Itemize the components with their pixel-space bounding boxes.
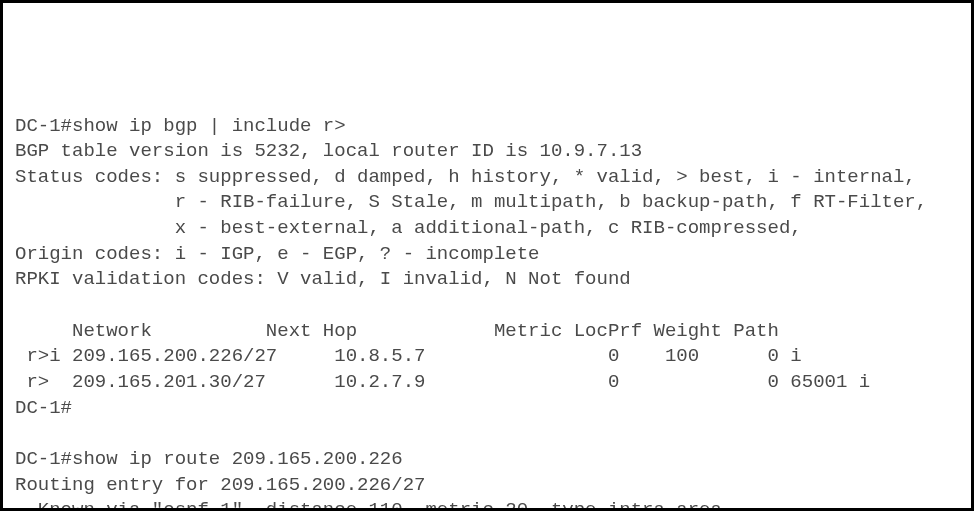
cli-line: Status codes: s suppressed, d damped, h … xyxy=(15,166,916,188)
cli-line xyxy=(15,422,26,444)
cli-line: r - RIB-failure, S Stale, m multipath, b… xyxy=(15,191,927,213)
cli-line: DC-1#show ip bgp | include r> xyxy=(15,115,346,137)
cli-line: r> 209.165.201.30/27 10.2.7.9 0 0 65001 … xyxy=(15,371,870,393)
cli-line: BGP table version is 5232, local router … xyxy=(15,140,642,162)
cli-line: r>i 209.165.200.226/27 10.8.5.7 0 100 0 … xyxy=(15,345,802,367)
cli-line: Routing entry for 209.165.200.226/27 xyxy=(15,474,425,496)
cli-line: DC-1#show ip route 209.165.200.226 xyxy=(15,448,403,470)
cli-line: Known via "ospf 1", distance 110, metric… xyxy=(15,499,722,511)
cli-line: DC-1# xyxy=(15,397,72,419)
cli-line xyxy=(15,294,26,316)
terminal-output: DC-1#show ip bgp | include r> BGP table … xyxy=(15,114,959,511)
cli-line: Network Next Hop Metric LocPrf Weight Pa… xyxy=(15,320,779,342)
cli-line: RPKI validation codes: V valid, I invali… xyxy=(15,268,631,290)
cli-line: x - best-external, a additional-path, c … xyxy=(15,217,802,239)
cli-line: Origin codes: i - IGP, e - EGP, ? - inco… xyxy=(15,243,540,265)
